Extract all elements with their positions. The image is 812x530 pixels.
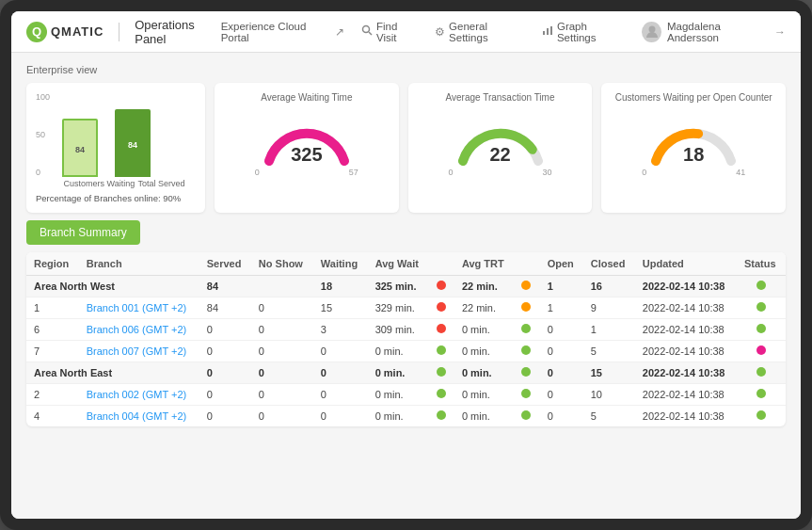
- status-dot: [521, 302, 531, 312]
- col-avg-trt-dot: [514, 252, 539, 276]
- area-nw-avg-wait-dot: [429, 276, 454, 297]
- branch-table-container: Region Branch Served No Show Waiting Avg…: [26, 252, 786, 426]
- status-dot: [437, 302, 446, 312]
- branch-007-status: [737, 341, 786, 362]
- branch-006-avg-trt: 0 min.: [454, 319, 515, 341]
- gauge-avg-trt-title: Average Transaction Time: [446, 92, 555, 103]
- tab-section: Branch Summary: [26, 220, 786, 245]
- logo-name: QMATIC: [51, 24, 103, 39]
- branch-004-updated: 2022-02-14 10:38: [635, 406, 737, 427]
- status-dot: [756, 367, 766, 377]
- bar-customers-waiting: 84: [62, 119, 98, 177]
- area-ne-status: [737, 362, 786, 384]
- col-avg-wait-dot: [429, 252, 454, 276]
- branch-007-served: 0: [199, 341, 251, 362]
- branch-001-avg-wait-dot: [429, 297, 454, 319]
- logo-q-icon: Q: [26, 22, 47, 42]
- label-total-served: Total Served: [137, 179, 184, 188]
- branch-007-region: 7: [26, 341, 79, 362]
- gauge-avg-trt-range: 0 30: [449, 168, 552, 177]
- y-label-100: 100: [36, 92, 50, 102]
- status-dot: [756, 389, 766, 398]
- username-label: Magdalena Andersson: [667, 21, 769, 43]
- area-ne-open: 0: [540, 362, 583, 384]
- area-nw-updated: 2022-02-14 10:38: [635, 276, 737, 297]
- branch-002-region: 2: [26, 384, 79, 406]
- avatar: [642, 22, 661, 42]
- branch-004-status: [737, 406, 786, 427]
- col-waiting: Waiting: [313, 252, 368, 276]
- nav-general-settings[interactable]: ⚙ General Settings: [435, 21, 525, 43]
- table-row: 2 Branch 002 (GMT +2) 0 0 0 0 min. 0 min…: [26, 384, 786, 406]
- branch-006-name: Branch 006 (GMT +2): [79, 319, 199, 341]
- branch-006-avg-wait-dot: [429, 319, 454, 341]
- bar-total-served: 84: [115, 109, 151, 177]
- branch-link[interactable]: Branch 001 (GMT +2): [87, 302, 186, 313]
- gear-icon: ⚙: [435, 25, 445, 39]
- status-dot: [437, 345, 446, 355]
- area-ne-updated: 2022-02-14 10:38: [635, 362, 737, 384]
- bar-served-label: 84: [128, 140, 137, 150]
- branch-001-avg-trt: 22 min.: [454, 297, 515, 319]
- branch-table: Region Branch Served No Show Waiting Avg…: [26, 252, 786, 426]
- nav-graph-settings[interactable]: Graph Settings: [542, 21, 625, 43]
- graph-icon: [542, 24, 553, 39]
- branch-summary-tab[interactable]: Branch Summary: [26, 220, 140, 245]
- col-open: Open: [540, 252, 583, 276]
- area-ne-avg-trt: 0 min.: [454, 362, 515, 384]
- status-dot: [437, 281, 446, 290]
- area-ne-name: Area North East: [26, 362, 199, 384]
- bar-group-served: 84: [115, 109, 151, 177]
- status-dot: [521, 389, 531, 398]
- branch-link[interactable]: Branch 006 (GMT +2): [87, 324, 186, 335]
- y-label-0: 0: [36, 168, 50, 177]
- table-row: 1 Branch 001 (GMT +2) 84 0 15 329 min. 2…: [26, 297, 786, 319]
- user-menu[interactable]: Magdalena Andersson →: [642, 21, 786, 43]
- branch-006-no-show: 0: [251, 319, 313, 341]
- branch-004-open: 0: [540, 406, 583, 427]
- branch-006-region: 6: [26, 319, 79, 341]
- branch-link[interactable]: Branch 004 (GMT +2): [87, 410, 186, 422]
- table-row: 7 Branch 007 (GMT +2) 0 0 0 0 min. 0 min…: [26, 341, 786, 362]
- screen: Q QMATIC Operations Panel Experience Clo…: [11, 11, 801, 519]
- nav-find-visit[interactable]: Find Visit: [361, 21, 418, 43]
- gauge-waiting-counter-container: 18: [642, 106, 745, 168]
- branch-004-region: 4: [26, 406, 79, 427]
- area-ne-avg-trt-dot: [514, 362, 539, 384]
- branch-001-region: 1: [26, 297, 79, 319]
- percentage-text: Percentage of Branches online: 90%: [36, 193, 196, 203]
- status-dot: [437, 367, 446, 377]
- branch-002-avg-wait-dot: [429, 384, 454, 406]
- area-nw-waiting: 18: [313, 276, 368, 297]
- gauge-waiting-counter-title: Customers Waiting per Open Counter: [615, 92, 772, 103]
- gauge-avg-wait-value: 325: [291, 144, 322, 166]
- branch-link[interactable]: Branch 002 (GMT +2): [87, 389, 186, 400]
- area-nw-avg-trt: 22 min.: [454, 276, 515, 297]
- nav-experience-cloud-label: Experience Cloud Portal: [221, 21, 331, 43]
- bar-waiting-label: 84: [75, 145, 85, 154]
- branch-001-avg-wait: 329 min.: [368, 297, 429, 319]
- widgets-row: 100 50 0 84 84: [26, 83, 786, 213]
- branch-004-name: Branch 004 (GMT +2): [79, 406, 199, 427]
- nav-experience-cloud[interactable]: Experience Cloud Portal ↗: [221, 21, 344, 43]
- branch-001-waiting: 15: [313, 297, 368, 319]
- branch-006-avg-trt-dot: [514, 319, 539, 341]
- branch-002-avg-trt: 0 min.: [454, 384, 515, 406]
- gauge-avg-wait-widget: Average Waiting Time 325 0 57: [215, 83, 399, 213]
- branch-001-updated: 2022-02-14 10:38: [635, 297, 737, 319]
- branch-002-closed: 10: [583, 384, 635, 406]
- gauge-avg-trt-container: 22: [449, 106, 552, 168]
- header-nav: Experience Cloud Portal ↗ Find Visit ⚙ G…: [221, 21, 786, 43]
- table-row: 4 Branch 004 (GMT +2) 0 0 0 0 min. 0 min…: [26, 406, 786, 427]
- area-ne-served: 0: [199, 362, 251, 384]
- nav-find-visit-label: Find Visit: [376, 21, 418, 43]
- branch-004-avg-wait: 0 min.: [368, 406, 429, 427]
- branch-link[interactable]: Branch 007 (GMT +2): [87, 345, 186, 357]
- branch-002-name: Branch 002 (GMT +2): [79, 384, 199, 406]
- branch-004-avg-trt: 0 min.: [454, 406, 515, 427]
- area-nw-status: [737, 276, 786, 297]
- svg-point-5: [648, 25, 655, 32]
- svg-rect-4: [550, 26, 552, 35]
- branch-002-updated: 2022-02-14 10:38: [635, 384, 737, 406]
- col-avg-wait: Avg Wait: [368, 252, 429, 276]
